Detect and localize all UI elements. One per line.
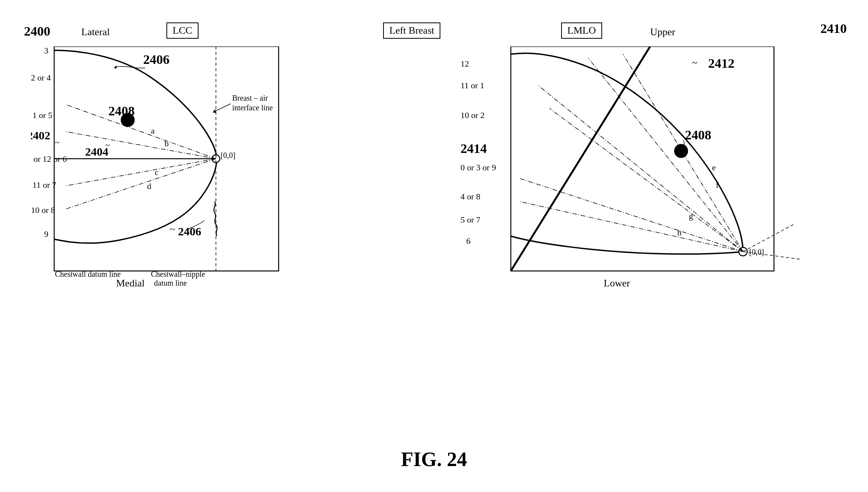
lateral-label: Lateral [81,26,110,38]
svg-text:2402: 2402 [31,129,50,142]
svg-text:10 or 8: 10 or 8 [31,205,55,215]
svg-text:5 or 7: 5 or 7 [461,215,480,225]
left-diagram-svg: 3 2 or 4 1 or 5 2402 ~ 0 or 12 or 6 11 o… [31,46,321,317]
svg-line-45 [519,178,743,252]
right-diagram-svg: 12 11 or 1 10 or 2 2414 0 or 3 or 9 4 or… [461,46,828,325]
svg-text:2404: 2404 [85,145,108,158]
svg-text:2406: 2406 [143,52,169,67]
svg-text:datum line: datum line [154,279,187,287]
upper-label: Upper [650,26,675,38]
svg-text:6: 6 [466,236,471,246]
ref-2410: 2410 [820,21,847,36]
svg-rect-39 [511,46,774,271]
figure-caption: FIG. 24 [401,448,467,471]
svg-text:9: 9 [44,229,48,239]
svg-text:0 or 12 or 6: 0 or 12 or 6 [31,154,67,164]
svg-text:a: a [151,126,155,135]
svg-text:12: 12 [461,59,469,69]
svg-text:4 or 8: 4 or 8 [461,192,480,201]
svg-marker-21 [114,65,117,69]
svg-line-40 [511,46,650,271]
svg-text:g: g [689,211,693,221]
svg-text:2 or 4: 2 or 4 [31,73,51,82]
svg-text:3: 3 [44,46,48,55]
svg-text:Medial: Medial [116,278,145,289]
svg-text:~: ~ [692,57,697,68]
svg-text:~: ~ [55,137,60,147]
svg-text:1 or 5: 1 or 5 [33,110,52,120]
svg-text:2408: 2408 [108,104,135,118]
svg-text:[0,0]: [0,0] [749,248,764,256]
svg-text:2412: 2412 [708,56,734,70]
svg-line-7 [66,159,216,209]
svg-text:interface line: interface line [232,103,273,112]
svg-text:e: e [712,163,716,172]
svg-line-6 [66,159,216,186]
lcc-header: LCC [166,22,199,39]
svg-text:Chestwall datum line: Chestwall datum line [55,270,121,278]
svg-marker-34 [213,109,216,113]
svg-text:h: h [677,228,681,237]
svg-text:[0,0]: [0,0] [221,151,235,159]
svg-text:Breast – air: Breast – air [232,94,268,102]
svg-text:d: d [147,181,151,191]
svg-text:11 or 1: 11 or 1 [461,81,485,90]
svg-text:~: ~ [169,223,175,235]
svg-line-47 [588,58,743,252]
svg-text:f: f [716,180,719,190]
svg-line-44 [550,108,743,252]
page: 2400 Lateral LCC Left Breast LMLO Upper … [0,0,868,492]
svg-text:b: b [164,139,169,148]
svg-text:2408: 2408 [685,128,711,142]
lmlo-header: LMLO [561,22,602,39]
ref-2400: 2400 [24,24,50,39]
left-breast-title: Left Breast [383,22,440,39]
svg-text:2406: 2406 [178,225,201,238]
svg-text:Chestwall–nipple: Chestwall–nipple [151,270,205,279]
svg-text:2414: 2414 [461,141,487,156]
svg-text:c: c [155,167,159,177]
svg-text:~: ~ [105,140,110,150]
svg-text:11 or 7: 11 or 7 [33,180,56,190]
svg-text:0 or 3 or 9: 0 or 3 or 9 [461,163,496,172]
svg-text:Lower: Lower [604,278,630,289]
svg-text:10 or 2: 10 or 2 [461,110,485,120]
